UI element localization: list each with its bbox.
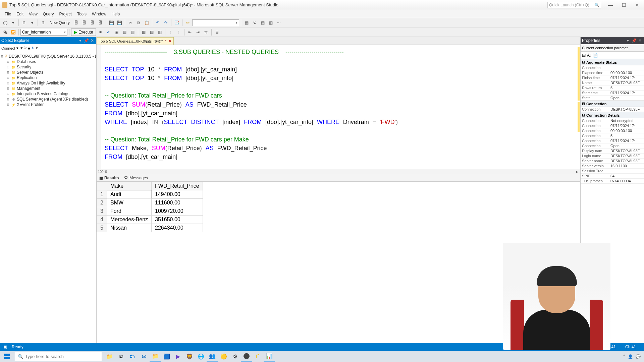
collapse-icon[interactable]: ⊟ xyxy=(1,55,3,58)
redo-icon[interactable]: ↷ xyxy=(162,19,169,26)
properties-icon[interactable]: 📑 xyxy=(173,19,180,26)
db4-icon[interactable]: 🗄 xyxy=(97,19,104,26)
taskbar-search[interactable]: 🔍 Type here to search xyxy=(15,352,102,361)
oe-filter3-icon[interactable]: ▾ xyxy=(36,46,38,50)
maximize-button[interactable]: ☐ xyxy=(617,1,631,9)
database-dropdown[interactable]: Car_information xyxy=(20,29,67,36)
doc-tab-active[interactable]: Top 5 SQL Queries.s...8FK0\pitsi (64))* … xyxy=(97,37,174,45)
cat-connection-details[interactable]: ⊟Connection Details xyxy=(581,112,644,118)
cat-aggregate[interactable]: ⊟Aggregate Status xyxy=(581,59,644,65)
properties-object-dropdown[interactable]: Current connection paramet xyxy=(581,44,644,52)
tray-up-icon[interactable]: ˄ xyxy=(623,354,625,359)
system-tray[interactable]: ˄ 👤 💬 xyxy=(620,354,644,359)
table-row[interactable]: 3Ford1009720.00 xyxy=(97,207,203,216)
oe-stop-icon[interactable]: ■ xyxy=(28,46,30,50)
plan-icon[interactable]: ▣ xyxy=(113,28,120,36)
panel-dropdown-icon[interactable]: ▾ xyxy=(77,38,83,43)
open-icon[interactable]: ▾ xyxy=(29,19,36,26)
tray-notify-icon[interactable]: 💬 xyxy=(636,354,641,359)
indent-in-icon[interactable]: ⇥ xyxy=(194,28,202,36)
task-media-icon[interactable]: ▶ xyxy=(172,351,184,362)
categorized-icon[interactable]: ▤ xyxy=(582,53,586,58)
db3-icon[interactable]: 🗄 xyxy=(89,19,96,26)
nav-back-icon[interactable]: ◯ xyxy=(1,19,9,26)
oe-filter-icon[interactable]: ⧩ xyxy=(20,46,23,50)
results-text-icon[interactable]: ▤ xyxy=(148,28,155,36)
tree-item-server-objects[interactable]: ⊞📁Server Objects xyxy=(1,70,96,75)
tree-item-integration[interactable]: ⊞📁Integration Services Catalogs xyxy=(1,91,96,97)
copy-icon[interactable]: ⧉ xyxy=(135,19,142,26)
t3-icon[interactable]: ▤ xyxy=(259,19,266,26)
task-brave-icon[interactable]: 🦁 xyxy=(184,351,195,362)
tree-item-sql-agent[interactable]: ⊞⚙SQL Server Agent (Agent XPs disabled) xyxy=(1,97,96,102)
tree-item-alwayson[interactable]: ⊞📁Always On High Availability xyxy=(1,80,96,86)
indent-out-icon[interactable]: ⇤ xyxy=(186,28,194,36)
task-explorer-orange[interactable]: 📁 xyxy=(104,351,115,362)
panel-pin-icon[interactable]: 📌 xyxy=(84,38,89,43)
stop-icon[interactable]: ■ xyxy=(97,28,104,36)
tab-messages[interactable]: 🗨Messages xyxy=(123,175,149,181)
menu-edit[interactable]: Edit xyxy=(14,12,26,16)
db-icon[interactable]: 🗄 xyxy=(72,19,80,26)
object-tree[interactable]: ⊟ 🗄 DESKTOP-8L98FK0 (SQL Server 16.0.113… xyxy=(0,52,96,346)
plan2-icon[interactable]: ▤ xyxy=(121,28,128,36)
panel-close-icon[interactable]: ✕ xyxy=(637,38,643,43)
solution-config-dropdown[interactable] xyxy=(192,19,239,26)
tree-item-security[interactable]: ⊞📁Security xyxy=(1,64,96,70)
task-store-icon[interactable]: 🛍 xyxy=(127,351,138,362)
t4-icon[interactable]: ▥ xyxy=(267,19,274,26)
indent3-icon[interactable]: ⇆ xyxy=(202,28,210,36)
db2-icon[interactable]: 🗄 xyxy=(80,19,88,26)
close-button[interactable]: ✕ xyxy=(631,1,644,9)
task-settings-icon[interactable]: ⚙ xyxy=(229,351,241,362)
tab-close-icon[interactable]: ✕ xyxy=(168,39,171,43)
connect-icon[interactable]: 🔌 xyxy=(1,28,9,36)
task-chrome-icon[interactable]: 🌐 xyxy=(195,351,207,362)
tab-results[interactable]: ▦Results xyxy=(98,175,120,181)
menu-tools[interactable]: Tools xyxy=(74,12,89,16)
minimize-button[interactable]: — xyxy=(604,1,617,9)
start-button[interactable] xyxy=(0,351,13,362)
table-row[interactable]: 4Mercedes-Benz351650.00 xyxy=(97,216,203,224)
menu-view[interactable]: View xyxy=(26,12,40,16)
object-explorer-header[interactable]: Object Explorer ▾ 📌 ✕ xyxy=(0,37,96,44)
prop-page-icon[interactable]: 📄 xyxy=(593,53,598,58)
cut-icon[interactable]: ✂ xyxy=(127,19,134,26)
col-make[interactable]: Make xyxy=(107,182,152,190)
cat-connection[interactable]: ⊟Connection xyxy=(581,101,644,107)
nav-fwd-icon[interactable]: ▾ xyxy=(9,19,17,26)
table-row[interactable]: 5Nissan2264340.00 xyxy=(97,224,203,232)
comment-icon[interactable]: ⁝ xyxy=(167,28,174,36)
task-teams-icon[interactable]: 👥 xyxy=(207,351,218,362)
tree-item-management[interactable]: ⊞📁Management xyxy=(1,86,96,91)
task-excel-icon[interactable]: 📊 xyxy=(264,351,275,362)
task-edge-icon[interactable]: 🟦 xyxy=(161,351,172,362)
alphabetical-icon[interactable]: A↓ xyxy=(587,53,592,58)
editor-hscroll[interactable]: 100 % ► xyxy=(97,169,580,174)
table-row[interactable]: 1Audi149400.00 xyxy=(97,190,203,199)
results-grid-icon[interactable]: ▦ xyxy=(140,28,147,36)
execute-button[interactable]: ▶ Execute xyxy=(71,28,96,36)
table-row[interactable]: 2BMW111600.00 xyxy=(97,199,203,207)
paste-icon[interactable]: 📋 xyxy=(143,19,150,26)
undo-icon[interactable]: ↶ xyxy=(154,19,161,26)
results-file-icon[interactable]: ▥ xyxy=(156,28,163,36)
connect-dropdown-icon[interactable]: ▾ xyxy=(16,46,18,50)
task-obs-icon[interactable]: ⚫ xyxy=(241,351,252,362)
save-icon[interactable]: 💾 xyxy=(108,19,115,26)
t1-icon[interactable]: ▦ xyxy=(243,19,250,26)
task-mail-icon[interactable]: ✉ xyxy=(138,351,150,362)
tree-item-xevent[interactable]: ⊞⚡XEvent Profiler xyxy=(1,102,96,107)
oe-filter2-icon[interactable]: Ϟ xyxy=(24,46,26,50)
oe-refresh-icon[interactable]: ↻ xyxy=(32,46,35,50)
col-price[interactable]: FWD_Retail_Price xyxy=(152,182,203,190)
menu-project[interactable]: Project xyxy=(57,12,74,16)
tray-people-icon[interactable]: 👤 xyxy=(628,354,633,359)
menu-help[interactable]: Help xyxy=(109,12,123,16)
task-view-icon[interactable]: ⧉ xyxy=(115,351,127,362)
quick-launch[interactable]: Quick Launch (Ctrl+Q) 🔍 xyxy=(547,2,601,8)
sql-editor[interactable]: ------------------------------- 3.SUB QU… xyxy=(101,45,580,169)
tree-item-replication[interactable]: ⊞📁Replication xyxy=(1,75,96,80)
panel-pin-icon[interactable]: 📌 xyxy=(631,38,637,43)
new-query-label[interactable]: New Query xyxy=(48,20,72,25)
